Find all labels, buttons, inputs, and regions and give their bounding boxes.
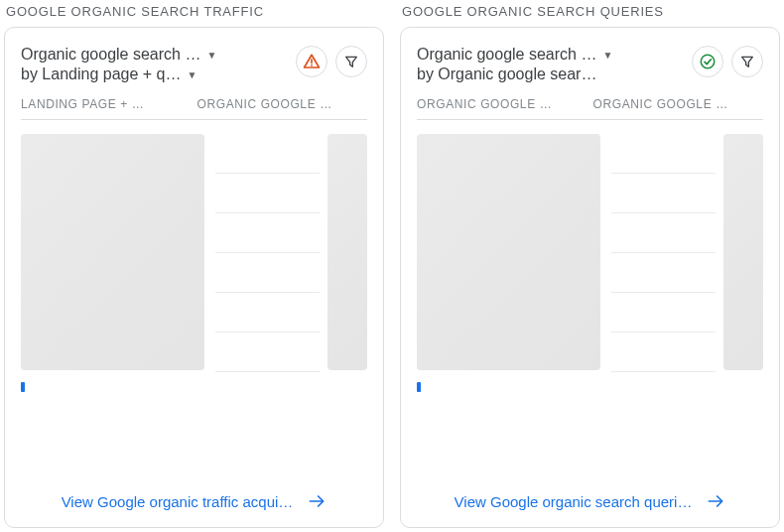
header-icons [692, 46, 763, 77]
view-report-link[interactable]: View Google organic search queri… [417, 481, 763, 511]
card-header-text: Organic google search … ▼ by Organic goo… [417, 46, 688, 83]
table-row [611, 134, 716, 174]
column-header-2[interactable]: ORGANIC GOOGLE … [197, 97, 368, 111]
bar-mark [417, 382, 421, 392]
column-headers: LANDING PAGE + … ORGANIC GOOGLE … [21, 97, 367, 120]
table-row [215, 332, 320, 372]
loading-placeholder [723, 134, 763, 370]
card-header: Organic google search … ▼ by Organic goo… [417, 46, 763, 83]
dimension-label: by Landing page + q… [21, 66, 181, 83]
loading-placeholder [417, 134, 600, 370]
loading-placeholder [327, 134, 367, 370]
table-row [611, 293, 716, 332]
card-header-text: Organic google search … ▼ by Landing pag… [21, 46, 292, 83]
panel-title: GOOGLE ORGANIC SEARCH TRAFFIC [4, 4, 384, 19]
card-header: Organic google search … ▼ by Landing pag… [21, 46, 367, 83]
table-body [21, 134, 367, 481]
filter-button[interactable] [335, 46, 367, 77]
column-header-1[interactable]: ORGANIC GOOGLE … [417, 97, 588, 111]
loading-placeholder [21, 134, 204, 370]
row-lines [611, 134, 716, 372]
panel-traffic: GOOGLE ORGANIC SEARCH TRAFFIC Organic go… [4, 4, 384, 528]
status-warning-button[interactable] [296, 46, 327, 77]
status-success-button[interactable] [692, 46, 723, 77]
chevron-down-icon: ▼ [206, 50, 216, 61]
chevron-down-icon: ▼ [602, 50, 612, 61]
table-row [215, 174, 320, 213]
warning-triangle-icon [303, 53, 321, 70]
table-row [215, 213, 320, 253]
column-headers: ORGANIC GOOGLE … ORGANIC GOOGLE … [417, 97, 763, 120]
filter-icon [739, 54, 755, 69]
panel-queries: GOOGLE ORGANIC SEARCH QUERIES Organic go… [400, 4, 780, 528]
metric-selector[interactable]: Organic google search … ▼ [21, 46, 292, 64]
column-header-1[interactable]: LANDING PAGE + … [21, 97, 192, 111]
svg-point-2 [701, 55, 715, 68]
table-row [611, 174, 716, 213]
table-row [215, 253, 320, 293]
view-report-link[interactable]: View Google organic traffic acqui… [21, 481, 367, 511]
table-row [215, 293, 320, 332]
table-row [611, 253, 716, 293]
table-row [215, 134, 320, 174]
dimension-label: by Organic google sear… [417, 66, 596, 83]
filter-icon [343, 54, 359, 69]
svg-point-1 [311, 65, 313, 66]
row-lines [215, 134, 320, 372]
footer-label: View Google organic search queri… [455, 493, 693, 510]
panel-title: GOOGLE ORGANIC SEARCH QUERIES [400, 4, 780, 19]
check-circle-icon [699, 53, 717, 70]
card-traffic: Organic google search … ▼ by Landing pag… [4, 27, 384, 528]
card-queries: Organic google search … ▼ by Organic goo… [400, 27, 780, 528]
header-icons [296, 46, 367, 77]
column-header-2[interactable]: ORGANIC GOOGLE … [593, 97, 764, 111]
table-row [611, 332, 716, 372]
table-row [611, 213, 716, 253]
metric-label: Organic google search … [417, 46, 596, 64]
bar-mark [21, 382, 25, 392]
dimension-selector[interactable]: by Landing page + q… ▼ [21, 66, 292, 83]
arrow-right-icon [307, 491, 327, 511]
metric-label: Organic google search … [21, 46, 200, 64]
arrow-right-icon [706, 491, 725, 511]
table-body [417, 134, 763, 481]
dimension-selector[interactable]: by Organic google sear… [417, 66, 688, 83]
footer-label: View Google organic traffic acqui… [62, 493, 294, 510]
metric-selector[interactable]: Organic google search … ▼ [417, 46, 688, 64]
filter-button[interactable] [731, 46, 763, 77]
chevron-down-icon: ▼ [187, 69, 196, 80]
